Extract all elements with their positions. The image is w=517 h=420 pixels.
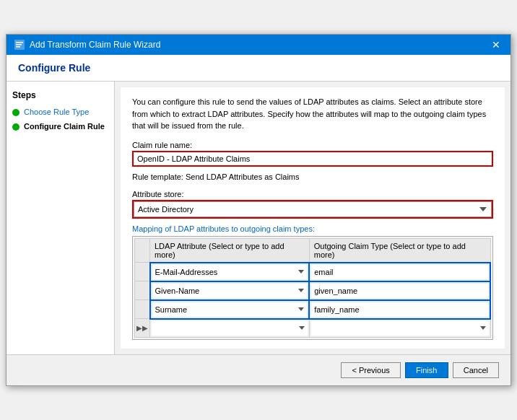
finish-button[interactable]: Finish <box>405 362 448 378</box>
table-row: E-Mail-Addresses <box>135 263 491 281</box>
claim-rule-name-field: Claim rule name: <box>132 141 493 167</box>
col-header-ldap: LDAP Attribute (Select or type to add mo… <box>150 238 310 263</box>
claim-rule-name-input[interactable] <box>132 151 493 167</box>
claim-input-2[interactable] <box>311 284 488 298</box>
ldap-select-3[interactable]: Surname <box>152 302 308 317</box>
attribute-store-select[interactable]: Active Directory Custom Store <box>134 201 492 217</box>
claim-input-3[interactable] <box>311 302 488 317</box>
ldap-cell-1[interactable]: E-Mail-Addresses <box>150 263 310 281</box>
svg-rect-1 <box>16 42 23 43</box>
mapping-section-label: Mapping of LDAP attributes to outgoing c… <box>132 224 493 233</box>
mapping-table: LDAP Attribute (Select or type to add mo… <box>134 238 491 338</box>
table-row: Given-Name <box>135 281 491 300</box>
svg-rect-3 <box>16 46 20 48</box>
ldap-select-2[interactable]: Given-Name <box>152 284 308 298</box>
claim-rule-name-label: Claim rule name: <box>132 141 493 149</box>
dialog-title: Add Transform Claim Rule Wizard <box>30 40 160 50</box>
description-text: You can configure this rule to send the … <box>132 96 493 132</box>
close-button[interactable]: ✕ <box>489 39 503 51</box>
step-link-choose-rule-type[interactable]: Choose Rule Type <box>24 108 89 116</box>
step-label-configure-claim-rule: Configure Claim Rule <box>24 122 105 131</box>
new-claim-select[interactable] <box>311 321 489 336</box>
footer: < Previous Finish Cancel <box>6 354 511 385</box>
main-panel: You can configure this rule to send the … <box>121 87 505 349</box>
mapping-table-container: LDAP Attribute (Select or type to add mo… <box>132 236 493 340</box>
step-dot-choose <box>12 109 19 116</box>
cancel-label: Cancel <box>464 366 488 375</box>
title-bar: Add Transform Claim Rule Wizard ✕ <box>6 35 511 55</box>
table-new-row: ▶▶ <box>135 319 491 338</box>
mapping-section: Mapping of LDAP attributes to outgoing c… <box>132 224 493 340</box>
new-row-icon: ▶▶ <box>136 324 148 332</box>
attribute-store-field: Attribute store: Active Directory Custom… <box>132 190 493 219</box>
col-header-claim: Outgoing Claim Type (Select or type to a… <box>309 238 490 263</box>
previous-label: < Previous <box>352 366 389 375</box>
ldap-cell-2[interactable]: Given-Name <box>150 281 310 300</box>
row-index-1 <box>135 263 150 281</box>
ldap-cell-3[interactable]: Surname <box>150 300 310 319</box>
attribute-store-label: Attribute store: <box>132 190 493 198</box>
attribute-store-select-wrapper: Active Directory Custom Store <box>132 200 493 219</box>
ldap-select-1[interactable]: E-Mail-Addresses <box>152 265 308 279</box>
step-dot-configure <box>12 123 19 131</box>
claim-cell-1[interactable] <box>309 263 490 281</box>
page-header: Configure Rule <box>6 55 511 82</box>
new-ldap-cell[interactable] <box>150 319 310 338</box>
rule-template-text: Rule template: Send LDAP Attributes as C… <box>132 172 493 181</box>
steps-panel: Steps Choose Rule Type Configure Claim R… <box>6 82 115 354</box>
step-item-configure-claim-rule: Configure Claim Rule <box>12 122 108 131</box>
table-header-row: LDAP Attribute (Select or type to add mo… <box>135 238 491 263</box>
row-index-2 <box>135 281 150 300</box>
row-index-3 <box>135 300 150 319</box>
claim-cell-2[interactable] <box>309 281 490 300</box>
svg-rect-2 <box>16 44 22 45</box>
claim-input-1[interactable] <box>311 265 488 279</box>
table-row: Surname <box>135 300 491 319</box>
finish-label: Finish <box>416 366 437 375</box>
content-area: Steps Choose Rule Type Configure Claim R… <box>6 82 511 354</box>
wizard-icon <box>14 39 25 51</box>
previous-button[interactable]: < Previous <box>341 362 400 378</box>
step-item-choose-rule-type[interactable]: Choose Rule Type <box>12 108 108 116</box>
new-row-icon-cell: ▶▶ <box>135 319 150 338</box>
steps-title: Steps <box>12 90 108 100</box>
claim-cell-3[interactable] <box>309 300 490 319</box>
dialog-window: Add Transform Claim Rule Wizard ✕ Config… <box>6 34 511 386</box>
col-header-empty <box>135 238 150 263</box>
page-title: Configure Rule <box>18 62 499 74</box>
new-claim-cell[interactable] <box>309 319 490 338</box>
cancel-button[interactable]: Cancel <box>453 362 499 378</box>
new-ldap-select[interactable] <box>152 321 308 336</box>
title-bar-left: Add Transform Claim Rule Wizard <box>14 39 160 51</box>
